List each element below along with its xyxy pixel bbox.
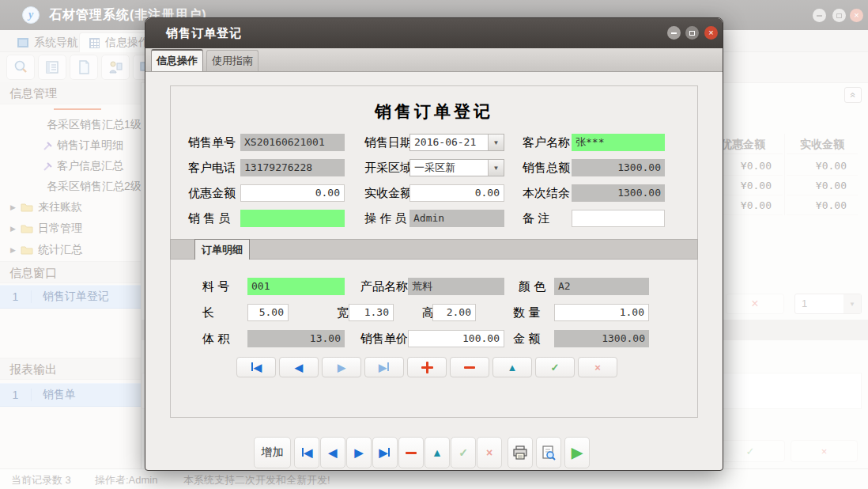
quantity-field[interactable]: 1.00 [554, 304, 649, 321]
product-field[interactable]: 荒料 [408, 278, 504, 295]
remark-label: 备 注 [523, 210, 549, 227]
first-record-icon: ◀ [301, 446, 313, 459]
edit-record-button[interactable]: ▲ [425, 437, 450, 468]
item-no-field[interactable]: 001 [247, 278, 345, 295]
balance-field[interactable]: 1300.00 [572, 184, 665, 202]
next-record-icon: ▶ [338, 362, 345, 373]
detail-tabstrip: 订单明细 [170, 239, 698, 260]
dialog-title: 销售订单登记 [166, 26, 242, 41]
dialog-maximize-button[interactable] [685, 26, 699, 40]
volume-field[interactable]: 13.00 [247, 330, 345, 347]
discount-label: 优惠金额 [188, 184, 236, 202]
item-no-label: 料 号 [202, 278, 229, 295]
detail-edit-button[interactable]: ▲ [492, 357, 532, 377]
amount-label: 金 额 [513, 330, 540, 347]
total-label: 销售总额 [523, 159, 570, 176]
detail-add-button[interactable] [407, 357, 447, 377]
run-report-button[interactable]: ▶ [564, 437, 590, 468]
minus-icon [464, 366, 475, 369]
detail-first-button[interactable]: ◀ [236, 357, 276, 377]
sale-date-label: 销售日期 [364, 134, 412, 151]
height-field[interactable]: 2.00 [432, 304, 476, 321]
operator-field[interactable]: Admin [409, 210, 504, 227]
unit-price-label: 销售单价 [360, 330, 408, 347]
balance-label: 本次结余 [523, 184, 570, 202]
unit-price-field[interactable]: 100.00 [408, 330, 504, 347]
detail-tab-order-items[interactable]: 订单明细 [194, 239, 250, 260]
detail-next-button[interactable]: ▶ [322, 357, 361, 377]
prev-record-icon: ◀ [295, 362, 303, 373]
customer-label: 客户名称 [523, 134, 570, 151]
plus-icon [421, 362, 433, 373]
detail-confirm-button[interactable]: ✓ [535, 357, 575, 377]
detail-cancel-button[interactable]: × [578, 357, 617, 377]
x-icon: × [594, 362, 601, 373]
received-label: 实收金额 [364, 184, 412, 202]
amount-field[interactable]: 1300.00 [554, 330, 649, 347]
customer-field[interactable]: 张*** [572, 134, 665, 151]
x-icon: × [486, 446, 492, 459]
dialog-titlebar: 销售订单登记 × [145, 18, 723, 48]
quantity-label: 数 量 [513, 304, 540, 321]
received-field[interactable]: 0.00 [409, 184, 504, 202]
width-label: 宽 [337, 304, 349, 321]
area-combo[interactable]: 一采区新 ▼ [409, 159, 504, 176]
prev-record-icon: ◀ [329, 446, 338, 459]
discount-field[interactable]: 0.00 [240, 184, 345, 202]
last-record-icon: ▶ [379, 446, 391, 459]
confirm-button[interactable]: ✓ [451, 437, 476, 468]
sales-order-dialog: 销售订单登记 × 信息操作 使用指南 销售订单登记 销售单号 XS2016062… [145, 17, 723, 471]
cancel-button[interactable]: × [477, 437, 502, 468]
area-value: 一采区新 [410, 160, 488, 176]
add-record-button[interactable]: 增加 [254, 437, 291, 468]
form-title: 销售订单登记 [170, 100, 698, 123]
dialog-minimize-button[interactable] [667, 26, 681, 40]
total-field[interactable]: 1300.00 [572, 159, 665, 176]
color-label: 颜 色 [519, 278, 545, 295]
print-preview-button[interactable] [536, 437, 561, 468]
first-record-icon: ◀ [251, 362, 262, 373]
remark-field[interactable] [572, 210, 665, 227]
sale-date-combo[interactable]: 2016-06-21 ▼ [409, 134, 504, 151]
run-icon: ▶ [572, 444, 583, 461]
phone-label: 客户电话 [188, 159, 236, 176]
last-record-button[interactable]: ▶ [372, 437, 398, 468]
dialog-tab-info-operation[interactable]: 信息操作 [151, 49, 203, 71]
delete-record-button[interactable] [398, 437, 424, 468]
first-record-button[interactable]: ◀ [294, 437, 319, 468]
length-field[interactable]: 5.00 [247, 304, 289, 321]
order-no-field[interactable]: XS20160621001 [240, 134, 345, 151]
salesman-label: 销 售 员 [188, 210, 230, 227]
edit-icon: ▲ [508, 362, 518, 373]
close-icon: × [708, 28, 713, 37]
product-label: 产品名称 [360, 278, 408, 295]
chevron-down-icon: ▼ [488, 160, 504, 176]
detail-delete-button[interactable] [450, 357, 489, 377]
next-record-button[interactable]: ▶ [346, 437, 372, 468]
sale-date-value: 2016-06-21 [410, 135, 488, 150]
phone-field[interactable]: 13179276228 [240, 159, 345, 176]
print-preview-icon [541, 445, 557, 461]
dialog-tab-user-guide[interactable]: 使用指南 [206, 50, 259, 71]
edit-icon: ▲ [432, 446, 443, 459]
width-field[interactable]: 1.30 [349, 304, 394, 321]
detail-last-button[interactable]: ▶ [364, 357, 404, 377]
salesman-field[interactable] [240, 210, 345, 227]
minimize-icon [671, 32, 677, 34]
chevron-down-icon: ▼ [488, 135, 504, 150]
printer-icon [512, 445, 528, 460]
dialog-close-button[interactable]: × [704, 26, 718, 40]
prev-record-button[interactable]: ◀ [320, 437, 345, 468]
last-record-icon: ▶ [379, 362, 390, 373]
next-record-icon: ▶ [355, 446, 364, 459]
detail-prev-button[interactable]: ◀ [279, 357, 319, 377]
color-field[interactable]: A2 [554, 278, 649, 295]
area-label: 开采区域 [364, 159, 412, 176]
maximize-icon [689, 31, 695, 36]
check-icon: ✓ [459, 446, 468, 459]
dialog-tabbar: 信息操作 使用指南 [145, 48, 723, 72]
minus-icon [406, 452, 417, 454]
length-label: 长 [202, 304, 214, 321]
print-button[interactable] [508, 437, 533, 468]
volume-label: 体 积 [202, 330, 229, 347]
